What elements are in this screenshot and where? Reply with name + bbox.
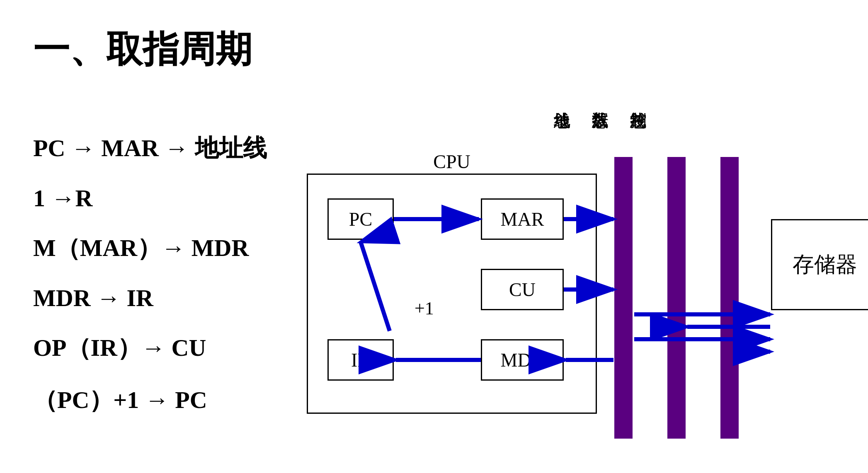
control-bus-bar [720,157,739,439]
formula-4: MDR → IR [33,284,274,312]
cpu-container: CPU PC MAR CU IR MDR +1 [307,174,597,414]
page-title: 一、取指周期 [33,25,835,74]
mar-register: MAR [481,198,564,240]
content-area: PC → MAR → 地址线 1 →R M（MAR）→ MDR MDR → IR… [33,99,835,439]
page-container: 一、取指周期 PC → MAR → 地址线 1 →R M（MAR）→ MDR M… [0,0,868,473]
cu-register: CU [481,269,564,310]
formula-5: OP（IR）→ CU [33,332,274,364]
memory-box: 存储器 [771,219,868,310]
pc-register: PC [327,198,394,240]
data-bus-bar [667,157,686,439]
ir-register: IR [327,339,394,381]
formula-6: （PC）+1 → PC [33,384,274,416]
plus-one-label: +1 [415,298,434,319]
formulas-list: PC → MAR → 地址线 1 →R M（MAR）→ MDR MDR → IR… [33,99,274,416]
formula-3: M（MAR）→ MDR [33,232,274,264]
diagram-area: 地址总线 数据总线 控制总线 CPU PC MAR CU IR MDR +1 [307,99,835,439]
formula-1: PC → MAR → 地址线 [33,132,274,164]
cpu-label: CPU [433,151,470,173]
formula-2: 1 →R [33,184,274,212]
mdr-register: MDR [481,339,564,381]
address-bus-bar [614,157,633,439]
